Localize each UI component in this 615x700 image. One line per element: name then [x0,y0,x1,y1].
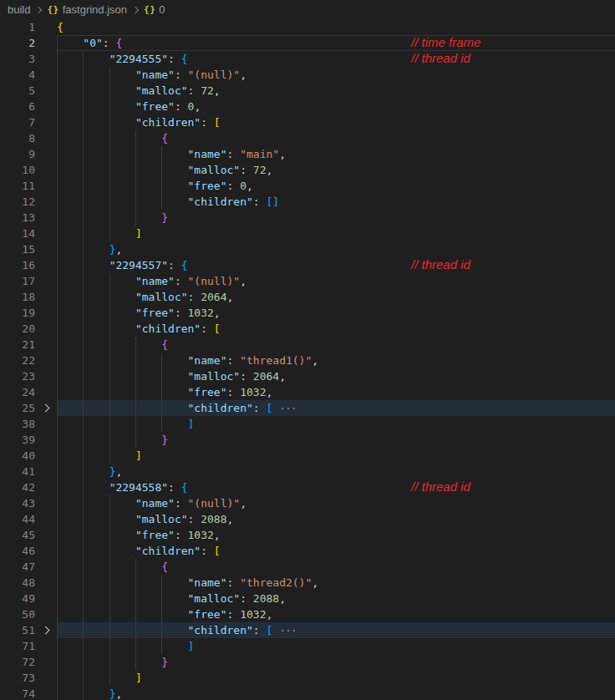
code-line[interactable]: 16 "2294557": {// thread id [0,257,615,273]
line-number[interactable]: 73 [0,670,35,686]
code-line[interactable]: 49 "malloc": 2088, [0,591,615,606]
line-number[interactable]: 12 [0,194,35,210]
line-content[interactable]: ] [57,448,615,464]
line-number[interactable]: 15 [0,241,35,257]
line-number[interactable]: 7 [0,114,35,130]
line-number[interactable]: 50 [0,606,35,622]
line-content[interactable]: "children": [ [57,114,615,130]
code-line[interactable]: 74 }, [0,686,615,700]
line-content[interactable]: "free": 1032, [57,606,615,622]
line-number[interactable]: 47 [0,559,35,575]
line-number[interactable]: 43 [0,495,35,511]
line-content[interactable]: "malloc": 72, [57,162,615,178]
fold-chevron-icon[interactable] [41,404,49,413]
line-number[interactable]: 19 [0,305,35,321]
line-content[interactable]: ] [57,226,615,241]
line-number[interactable]: 13 [0,210,35,226]
line-number[interactable]: 5 [0,83,35,99]
code-line[interactable]: 24 "free": 1032, [0,384,615,400]
line-number[interactable]: 16 [0,257,35,273]
code-line[interactable]: 39 } [0,432,615,448]
line-number[interactable]: 51 [0,622,35,638]
code-line[interactable]: 5 "malloc": 72, [0,83,615,99]
folded-region-ellipsis[interactable]: ··· [279,402,296,414]
line-number[interactable]: 46 [0,543,35,559]
line-content[interactable]: "2294558": {// thread id [57,479,615,495]
line-number[interactable]: 72 [0,654,35,670]
line-content[interactable]: "free": 1032, [57,527,615,543]
line-number[interactable]: 6 [0,99,35,114]
code-line[interactable]: 19 "free": 1032, [0,305,615,321]
breadcrumb-item-folder[interactable]: build [8,3,30,16]
line-content[interactable]: "2294555": {// thread id [57,51,615,67]
code-line[interactable]: 44 "malloc": 2088, [0,511,615,527]
fold-cell[interactable] [35,622,57,638]
line-number[interactable]: 71 [0,638,35,654]
line-number[interactable]: 22 [0,353,35,368]
code-line[interactable]: 46 "children": [ [0,543,615,559]
code-line[interactable]: 41 }, [0,464,615,479]
line-number[interactable]: 17 [0,273,35,289]
line-number[interactable]: 9 [0,146,35,162]
line-content[interactable]: "malloc": 2088, [57,591,615,606]
code-line[interactable]: 45 "free": 1032, [0,527,615,543]
code-line[interactable]: 11 "free": 0, [0,178,615,194]
code-line[interactable]: 73 ] [0,670,615,686]
code-line[interactable]: 51 "children": [ ··· [0,622,615,638]
code-line[interactable]: 6 "free": 0, [0,99,615,114]
line-content[interactable]: "children": [ [57,321,615,337]
code-line[interactable]: 42 "2294558": {// thread id [0,479,615,495]
line-content[interactable]: ] [57,416,615,432]
line-number[interactable]: 23 [0,368,35,384]
code-line[interactable]: 71 ] [0,638,615,654]
line-content[interactable]: }, [57,686,615,700]
line-number[interactable]: 20 [0,321,35,337]
code-line[interactable]: 4 "name": "(null)", [0,67,615,83]
line-number[interactable]: 8 [0,130,35,146]
line-content[interactable]: "free": 0, [57,99,615,114]
code-line[interactable]: 17 "name": "(null)", [0,273,615,289]
breadcrumb-item-file[interactable]: {} fastgrind.json [47,3,127,16]
line-content[interactable]: }, [57,241,615,257]
line-number[interactable]: 10 [0,162,35,178]
line-content[interactable]: "name": "(null)", [57,495,615,511]
line-content[interactable]: "children": [] [57,194,615,210]
code-line[interactable]: 38 ] [0,416,615,432]
line-number[interactable]: 18 [0,289,35,305]
line-number[interactable]: 14 [0,226,35,241]
line-content[interactable]: "malloc": 2064, [57,289,615,305]
code-line[interactable]: 13 } [0,210,615,226]
line-number[interactable]: 74 [0,686,35,700]
code-line[interactable]: 20 "children": [ [0,321,615,337]
code-line[interactable]: 15 }, [0,241,615,257]
breadcrumb-item-symbol[interactable]: {} 0 [144,3,165,16]
line-content[interactable]: "0": {// time frame [57,35,615,51]
code-line[interactable]: 50 "free": 1032, [0,606,615,622]
code-line[interactable]: 7 "children": [ [0,114,615,130]
line-content[interactable]: { [57,130,615,146]
code-line[interactable]: 72 } [0,654,615,670]
line-number[interactable]: 40 [0,448,35,464]
code-line[interactable]: 9 "name": "main", [0,146,615,162]
line-content[interactable]: "name": "thread2()", [57,575,615,591]
line-number[interactable]: 38 [0,416,35,432]
code-line[interactable]: 14 ] [0,226,615,241]
line-number[interactable]: 49 [0,591,35,606]
line-number[interactable]: 45 [0,527,35,543]
line-number[interactable]: 25 [0,400,35,416]
line-content[interactable]: "malloc": 72, [57,83,615,99]
line-content[interactable]: "name": "(null)", [57,273,615,289]
line-content[interactable]: } [57,210,615,226]
line-content[interactable]: "2294557": {// thread id [57,257,615,273]
line-content[interactable]: "malloc": 2088, [57,511,615,527]
line-content[interactable]: "children": [ ··· [57,400,615,416]
line-content[interactable]: }, [57,464,615,479]
line-number[interactable]: 1 [0,19,35,35]
line-number[interactable]: 2 [0,35,35,51]
line-number[interactable]: 3 [0,51,35,67]
line-number[interactable]: 39 [0,432,35,448]
line-content[interactable]: "free": 0, [57,178,615,194]
line-content[interactable]: "children": [ ··· [57,622,615,638]
line-number[interactable]: 48 [0,575,35,591]
line-content[interactable]: ] [57,638,615,654]
